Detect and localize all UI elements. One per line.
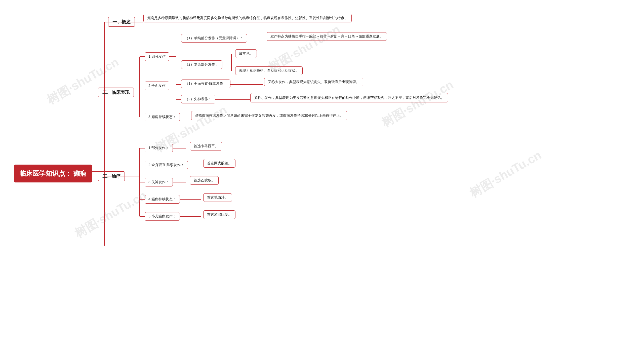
section-1-label: 一、概述 [108, 17, 135, 27]
item-2-1-2-sub1: 最常见。 [235, 49, 257, 58]
section-2-label: 二、临床表现 [98, 88, 134, 97]
treat-4-content: 首选地西泮。 [203, 193, 232, 202]
treat-3-content: 首选乙琥胺。 [190, 176, 219, 185]
item-2-2-1-label: （1）全面强直-阵挛发作： [181, 80, 230, 88]
item-2-1-1-content: 发作特点为抽搐自手指→腕部→前臂→肘部→肩→口角→面部逐渐发展。 [267, 32, 387, 41]
subsection-2-3-label: 3.癫痫持续状态： [145, 113, 180, 121]
treat-2-content: 首选丙戊酸钠。 [203, 159, 235, 168]
section-3-label: 三、治疗 [98, 171, 125, 181]
root-node: 临床医学知识点： 癫痫 [14, 165, 92, 182]
treat-1-label: 1.部分发作： [145, 144, 173, 152]
root-label: 临床医学知识点： 癫痫 [19, 170, 87, 177]
item-2-2-1-content: 又称大发作，典型表现为意识丧失、双侧强直后出现阵挛。 [264, 78, 363, 86]
watermark-5: 树图·shuTu.cn [467, 147, 544, 201]
subsection-2-1: 1.部分发作 [145, 52, 169, 61]
item-2-1-2-label: （2）复杂部分发作： [181, 60, 222, 69]
watermark-4: 树图·shuTu.cn [379, 77, 456, 131]
subsection-2-2: 2.全面发作 [145, 82, 169, 90]
section-1-content: 癫痫是多种原因导致的脑部神经元高度同步化异常放电所致的临床综合征，临床表现有发作… [143, 14, 352, 22]
watermark-1: 树图·shuTu.cn [44, 54, 122, 108]
watermark-6: 树图·shuTu.cn [72, 187, 149, 242]
connector-lines [0, 0, 644, 343]
treat-3-label: 3.失神发作： [145, 178, 173, 186]
treat-1-content: 首选卡马西平。 [190, 142, 222, 150]
treat-5-content: 首选苯巴比妥。 [203, 210, 235, 219]
item-2-1-2-sub2: 表现为意识障碍、自动症和运动症状。 [235, 66, 303, 75]
subsection-2-3-content: 是指癫痫连续发作之间意识尚未完全恢复又频繁再发，或癫痫发作持续30分钟以上未自行… [191, 111, 347, 120]
item-2-2-2-content: 又称小发作，典型表现为突发短暂的意识丧失和正在进行的动作中断，两眼茫然凝视，呼之… [250, 93, 448, 102]
item-2-1-1-label: （1）单纯部分发作（无意识障碍）： [181, 34, 247, 43]
treat-2-label: 2.全身强直-阵挛发作： [145, 161, 188, 169]
item-2-2-2-label: （2）失神发作： [181, 95, 215, 103]
treat-4-label: 4.癫痫持续状态： [145, 195, 180, 204]
treat-5-label: 5.小儿癫痫发作： [145, 212, 180, 221]
mindmap-container: 树图·shuTu.cn 树图·shuTu.cn 树图·shuTu.cn 树图·s… [0, 0, 644, 343]
